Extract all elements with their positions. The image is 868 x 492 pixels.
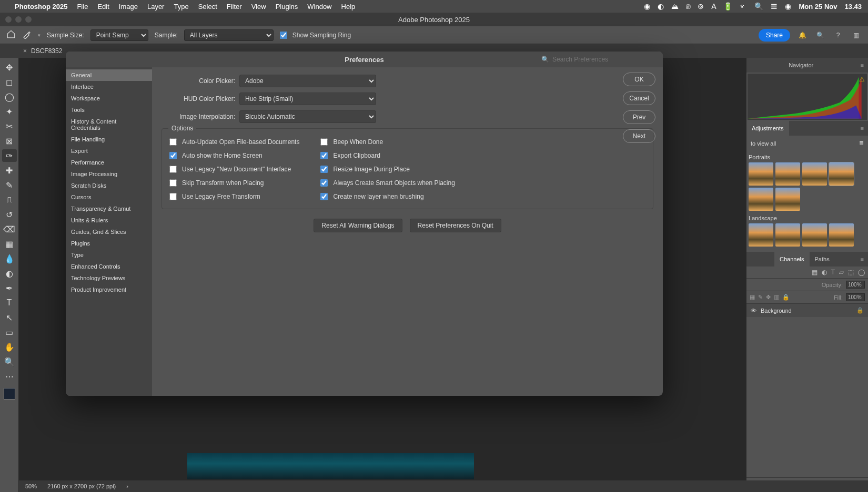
hand-tool[interactable]: ✋ — [2, 341, 17, 353]
filter-adjust-icon[interactable]: ◐ — [822, 269, 827, 276]
preset-thumb[interactable] — [802, 223, 827, 247]
smart-obj-checkbox[interactable]: Always Create Smart Objects when Placing — [320, 179, 455, 187]
gradient-tool[interactable]: ▦ — [2, 238, 17, 250]
hud-color-picker-select[interactable]: Hue Strip (Small) — [239, 93, 376, 105]
layer-visibility-icon[interactable]: 👁 — [751, 308, 756, 314]
adjustments-menu-icon[interactable]: ≡ — [856, 125, 868, 131]
legacy-newdoc-checkbox[interactable]: Use Legacy "New Document" Interface — [169, 166, 299, 173]
tab-adjustments[interactable]: Adjustments — [746, 121, 789, 136]
menu-type[interactable]: Type — [174, 3, 188, 11]
prefs-category-cursors[interactable]: Cursors — [66, 191, 152, 203]
skip-transform-checkbox[interactable]: Skip Transform when Placing — [169, 179, 299, 187]
menu-image[interactable]: Image — [119, 3, 138, 11]
list-view-icon[interactable]: ≣ — [859, 140, 864, 147]
wand-tool[interactable]: ✦ — [2, 105, 17, 118]
brush-tool[interactable]: ✎ — [2, 179, 17, 191]
type-tool[interactable]: T — [2, 296, 17, 309]
resize-place-checkbox[interactable]: Resize Image During Place — [320, 166, 455, 173]
menubar-time[interactable]: 13.43 — [844, 3, 862, 11]
layer-row[interactable]: 👁 Background 🔒 — [746, 304, 868, 317]
sample-select[interactable]: All Layers — [184, 29, 274, 41]
opacity-input[interactable] — [846, 281, 865, 289]
eyedropper-dropdown-icon[interactable]: ▾ — [38, 33, 41, 38]
move-tool[interactable]: ✥ — [2, 61, 17, 74]
preset-thumb[interactable] — [775, 162, 800, 186]
reset-on-quit-button[interactable]: Reset Preferences On Quit — [410, 219, 501, 232]
menu-help[interactable]: Help — [341, 3, 356, 11]
zoom-level[interactable]: 50% — [25, 483, 37, 489]
lasso-tool[interactable]: ◯ — [2, 90, 17, 103]
lock-pixels-icon[interactable]: ✎ — [758, 294, 763, 301]
lock-all-icon[interactable]: 🔒 — [782, 294, 790, 301]
prefs-category-general[interactable]: General — [66, 69, 152, 81]
filter-smart-icon[interactable]: ⬚ — [848, 269, 854, 276]
menu-file[interactable]: File — [77, 3, 88, 11]
prefs-category-history-content-credentials[interactable]: History & Content Credentials — [66, 116, 152, 134]
prefs-category-guides-grid-slices[interactable]: Guides, Grid & Slices — [66, 226, 152, 238]
traffic-zoom[interactable] — [25, 16, 32, 23]
preset-thumb[interactable] — [829, 162, 854, 186]
more-tools[interactable]: ⋯ — [2, 370, 17, 383]
image-interpolation-select[interactable]: Bicubic Automatic — [239, 110, 376, 123]
color-swatch[interactable] — [4, 388, 15, 399]
account-icon[interactable]: ⊚ — [698, 2, 704, 11]
prefs-category-units-rulers[interactable]: Units & Rulers — [66, 214, 152, 226]
stamp-tool[interactable]: ⎍ — [2, 193, 17, 206]
siri-icon[interactable]: ◉ — [785, 2, 791, 11]
prefs-category-tools[interactable]: Tools — [66, 104, 152, 116]
menu-edit[interactable]: Edit — [97, 3, 109, 11]
path-tool[interactable]: ↖ — [2, 311, 17, 324]
traffic-close[interactable] — [5, 16, 12, 23]
filter-shape-icon[interactable]: ▱ — [839, 269, 844, 276]
filter-pixel-icon[interactable]: ▦ — [812, 269, 817, 276]
prefs-category-product-improvement[interactable]: Product Improvement — [66, 284, 152, 295]
filter-toggle-icon[interactable]: ◯ — [858, 269, 865, 276]
prefs-category-file-handling[interactable]: File Handling — [66, 134, 152, 145]
close-tab-icon[interactable]: × — [23, 47, 27, 55]
document-tab[interactable]: × DSCF8352 — [23, 47, 62, 55]
lock-transparent-icon[interactable]: ▦ — [750, 294, 755, 301]
workspace-icon[interactable]: ▥ — [850, 32, 862, 39]
show-sampling-ring-input[interactable] — [280, 32, 287, 39]
traffic-minimize[interactable] — [15, 16, 22, 23]
preset-thumb[interactable] — [775, 223, 800, 247]
legacy-ft-checkbox[interactable]: Use Legacy Free Transform — [169, 193, 299, 200]
status-icon-1[interactable]: ◐ — [658, 2, 664, 11]
menu-filter[interactable]: Filter — [227, 3, 242, 11]
panel-menu-icon[interactable]: ≡ — [856, 62, 868, 68]
zoom-tool[interactable]: 🔍 — [2, 355, 17, 368]
blur-tool[interactable]: 💧 — [2, 252, 17, 265]
prefs-category-image-processing[interactable]: Image Processing — [66, 168, 152, 180]
marquee-tool[interactable]: ◻ — [2, 76, 17, 88]
keyboard-icon[interactable]: A — [711, 2, 716, 11]
color-picker-select[interactable]: Adobe — [239, 75, 376, 87]
preset-thumb[interactable] — [749, 162, 773, 186]
fill-input[interactable] — [846, 293, 865, 301]
pen-tool[interactable]: ✒ — [2, 282, 17, 294]
new-layer-brush-checkbox[interactable]: Create new layer when brushing — [320, 193, 455, 200]
lock-artboard-icon[interactable]: ▥ — [774, 294, 779, 301]
menu-select[interactable]: Select — [198, 3, 217, 11]
prefs-category-type[interactable]: Type — [66, 249, 152, 261]
menu-layer[interactable]: Layer — [147, 3, 165, 11]
tab-channels[interactable]: Channels — [774, 252, 809, 266]
shape-tool[interactable]: ▭ — [2, 326, 17, 339]
battery-icon[interactable]: 🔋 — [723, 2, 732, 11]
prefs-category-plugins[interactable]: Plugins — [66, 238, 152, 249]
preferences-search-input[interactable] — [552, 56, 658, 63]
sample-size-select[interactable]: Point Sample — [90, 29, 148, 41]
prev-button[interactable]: Prev — [623, 110, 655, 124]
home-icon[interactable] — [6, 29, 16, 40]
cc-icon[interactable]: ◉ — [644, 2, 650, 11]
menubar-date[interactable]: Mon 25 Nov — [799, 3, 837, 11]
cancel-button[interactable]: Cancel — [623, 91, 655, 105]
ok-button[interactable]: OK — [623, 73, 655, 86]
show-sampling-ring-checkbox[interactable]: Show Sampling Ring — [280, 32, 351, 39]
beep-checkbox[interactable]: Beep When Done — [320, 138, 455, 146]
reset-warnings-button[interactable]: Reset All Warning Dialogs — [314, 219, 402, 232]
prefs-category-technology-previews[interactable]: Technology Previews — [66, 272, 152, 284]
spotlight-icon[interactable]: 🔍 — [754, 2, 763, 11]
tab-navigator[interactable]: Navigator — [783, 58, 819, 73]
prefs-category-export[interactable]: Export — [66, 145, 152, 157]
status-icon-2[interactable]: ⎚ — [686, 2, 690, 11]
